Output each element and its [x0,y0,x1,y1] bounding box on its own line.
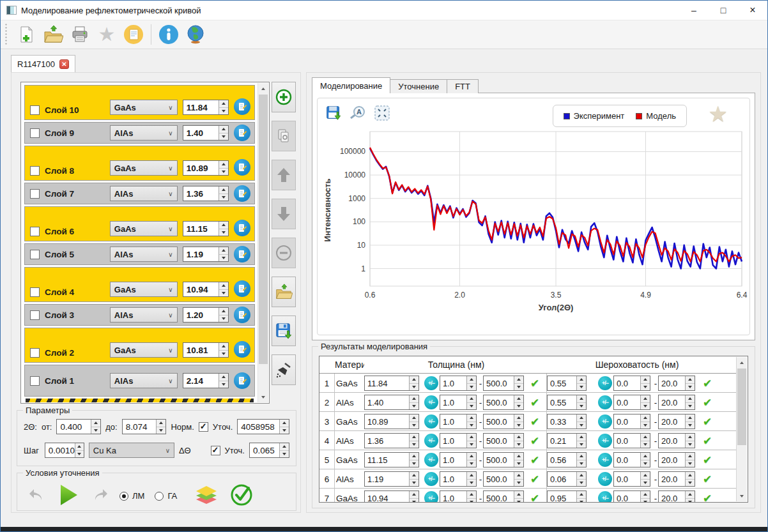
roughness-spinner[interactable]: 0.56 [547,452,587,467]
thickness-min-spinner[interactable]: 1.0 [440,376,477,391]
spinner-arrows[interactable] [219,100,228,114]
roughness-spinner[interactable]: 0.55 [547,376,587,391]
layer-material-select[interactable]: GaAs∨ [110,342,178,358]
roughness-max-spinner[interactable]: 20.0 [658,452,695,467]
maximize-button[interactable]: □ [709,1,738,20]
roughness-min-spinner[interactable]: 0.0 [613,433,650,448]
move-layer-up-button[interactable] [272,160,296,190]
roughness-spinner[interactable]: 0.95 [547,490,587,502]
spinner-arrows[interactable] [409,434,419,448]
new-file-button[interactable] [15,24,37,45]
spinner-arrows[interactable] [576,472,586,486]
spinner-arrows[interactable] [514,414,523,429]
roughness-max-spinner[interactable]: 20.0 [658,471,695,487]
spinner-arrows[interactable] [685,453,695,467]
plus-minus-button[interactable]: +/− [598,395,612,409]
spinner-arrows[interactable] [409,395,419,409]
thickness-max-spinner[interactable]: 500.0 [483,452,524,467]
spinner-arrows[interactable] [219,308,228,322]
plus-minus-button[interactable]: +/− [598,472,612,486]
plus-minus-button[interactable]: +/− [424,395,438,409]
remove-layer-button[interactable] [272,238,296,268]
delta-spinner[interactable]: 0.065 [249,443,289,458]
spinner-arrows[interactable] [514,453,523,467]
spinner-arrows[interactable] [640,472,650,486]
spinner-arrows[interactable] [219,126,228,140]
roughness-spinner[interactable]: 0.21 [547,433,587,448]
spinner-arrows[interactable] [640,491,650,502]
notes-button[interactable] [123,24,144,45]
fit-view-button[interactable] [374,105,390,121]
spinner-arrows[interactable] [640,414,650,429]
layer-material-select[interactable]: GaAs∨ [110,221,178,236]
tab-close-icon[interactable]: ✕ [59,59,69,69]
layer-thickness-spinner[interactable]: 1.19 [183,247,229,262]
layer-thickness-spinner[interactable]: 1.36 [183,186,229,201]
refine-delta-checkbox[interactable] [211,446,220,455]
spinner-arrows[interactable] [685,414,695,429]
thickness-max-spinner[interactable]: 500.0 [483,471,524,487]
plus-minus-button[interactable]: +/− [424,376,438,390]
plus-minus-button[interactable]: +/− [598,453,612,467]
layer-edit-button[interactable] [234,341,250,358]
layer-material-select[interactable]: GaAs∨ [110,160,178,176]
spinner-arrows[interactable] [576,453,586,467]
refine-norm-checkbox[interactable] [199,422,208,432]
anode-select[interactable]: Cu Ka∨ [89,443,174,458]
layer-list-scrollbar[interactable] [257,83,268,402]
roughness-min-spinner[interactable]: 0.0 [613,414,650,429]
layer-checkbox[interactable] [30,227,40,236]
move-layer-down-button[interactable] [272,199,296,229]
layer-edit-button[interactable] [234,280,250,297]
spinner-arrows[interactable] [409,453,419,467]
layer-material-select[interactable]: AlAs∨ [110,125,178,141]
spinner-arrows[interactable] [409,376,419,390]
layer-checkbox[interactable] [30,166,40,176]
layer-checkbox[interactable] [30,250,40,259]
layer-checkbox[interactable] [30,348,40,358]
layer-edit-button[interactable] [234,372,250,389]
layer-edit-button[interactable] [234,185,250,202]
scroll-thumb[interactable] [259,95,268,364]
spinner-arrows[interactable] [219,222,228,236]
thickness-spinner[interactable]: 1.36 [364,433,419,448]
thickness-spinner[interactable]: 11.15 [364,452,419,467]
scroll-down-arrow[interactable] [737,490,747,501]
layer-thickness-spinner[interactable]: 10.81 [183,342,229,358]
plus-minus-button[interactable]: +/− [598,434,612,448]
norm-value-spinner[interactable]: 4058958 [237,419,289,434]
layer-edit-button[interactable] [234,98,250,115]
apply-button[interactable] [229,483,254,509]
layer-material-select[interactable]: AlAs∨ [110,373,178,388]
thickness-spinner[interactable]: 10.89 [364,414,419,429]
layer-edit-button[interactable] [234,125,250,141]
thickness-max-spinner[interactable]: 500.0 [483,395,524,410]
layer-material-select[interactable]: GaAs∨ [110,100,178,115]
plus-minus-button[interactable]: +/− [424,414,438,429]
layer-edit-button[interactable] [234,246,250,262]
layers-stack-button[interactable] [194,483,219,508]
spinner-arrows[interactable] [466,395,476,409]
spinner-arrows[interactable] [640,453,650,467]
spinner-arrows[interactable] [685,491,695,502]
print-button[interactable] [69,24,91,45]
layer-checkbox[interactable] [30,189,40,199]
thickness-spinner[interactable]: 10.94 [364,490,419,502]
toolbar-grip[interactable] [4,23,8,46]
roughness-min-spinner[interactable]: 0.0 [613,471,650,487]
spinner-arrows[interactable] [466,434,476,448]
roughness-max-spinner[interactable]: 20.0 [658,490,695,502]
spinner-arrows[interactable] [576,434,586,448]
undo-button[interactable] [27,487,45,505]
to-spinner[interactable]: 8.074 [122,419,167,434]
layer-edit-button[interactable] [234,220,250,236]
layer-thickness-spinner[interactable]: 11.84 [183,100,229,115]
layer-edit-button[interactable] [234,307,250,323]
clear-layers-button[interactable] [272,354,296,385]
favorite-button[interactable]: ★ [96,24,118,45]
layer-checkbox[interactable] [30,128,40,138]
from-spinner[interactable]: 0.400 [56,419,101,434]
thickness-min-spinner[interactable]: 1.0 [440,414,477,429]
spinner-arrows[interactable] [466,472,476,486]
redo-button[interactable] [91,487,109,505]
